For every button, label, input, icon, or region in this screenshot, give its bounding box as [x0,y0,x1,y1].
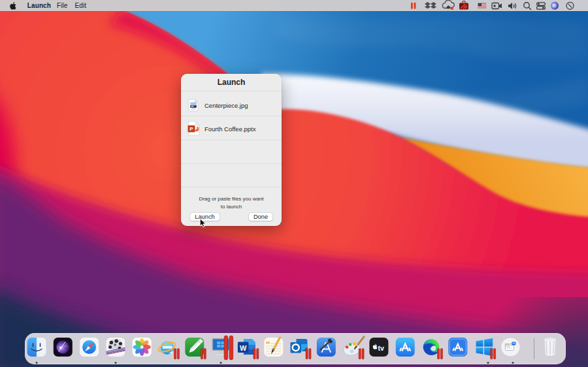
svg-text:tv: tv [378,344,384,352]
svg-text:P: P [189,126,193,132]
svg-text:W: W [240,344,247,352]
svg-text:“: “ [266,339,270,349]
svg-text:JPG: JPG [191,108,196,110]
